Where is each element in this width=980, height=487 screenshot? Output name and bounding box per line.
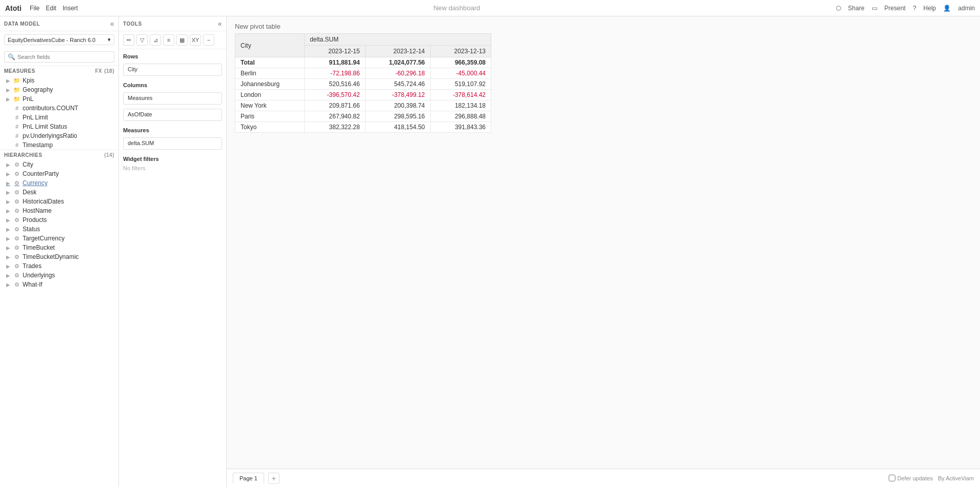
hierarchy-icon: ⚙ xyxy=(13,189,21,196)
hierarchy-historicaldates[interactable]: ▶ ⚙ HistoricalDates xyxy=(0,197,118,206)
minus-tool-button[interactable]: − xyxy=(203,34,214,46)
columns-measures-area[interactable]: Measures xyxy=(123,92,222,105)
collapse-tools-button[interactable]: « xyxy=(218,19,222,28)
page-tab-1[interactable]: Page 1 xyxy=(233,473,264,484)
cube-selector[interactable]: EquityDerivativesCube - Ranch 6.0 ▾ xyxy=(4,34,114,45)
defer-updates-checkbox[interactable] xyxy=(889,475,895,481)
user-label[interactable]: admin xyxy=(958,5,975,12)
hierarchy-name: TimeBucketDynamic xyxy=(23,253,79,260)
expand-icon: ▶ xyxy=(6,263,11,269)
menu-insert[interactable]: Insert xyxy=(63,5,78,12)
table-row: London-396,570.42-378,499.12-378,614.42 xyxy=(235,90,491,100)
hierarchy-underlyings[interactable]: ▶ ⚙ Underlyings xyxy=(0,271,118,280)
app-logo: Atoti xyxy=(5,4,22,12)
expand-icon: ▶ xyxy=(6,180,11,186)
hierarchy-products[interactable]: ▶ ⚙ Products xyxy=(0,215,118,225)
hierarchy-hostname[interactable]: ▶ ⚙ HostName xyxy=(0,206,118,215)
funnel-tool-button[interactable]: ⊿ xyxy=(150,34,161,46)
hierarchy-icon: ⚙ xyxy=(13,263,21,270)
expand-icon: ▶ xyxy=(6,162,11,168)
value-cell: 911,881.94 xyxy=(305,57,365,68)
pencil-tool-button[interactable]: ✏ xyxy=(123,34,134,46)
columns-asofdate-value: AsOfDate xyxy=(128,111,152,117)
value-cell: -72,198.86 xyxy=(305,68,365,79)
columns-label: Columns xyxy=(119,78,226,90)
hierarchy-currency[interactable]: ▶ ⚙ Currency xyxy=(0,178,118,188)
pivot-table: City delta.SUM 2023-12-15 2023-12-14 202… xyxy=(235,33,491,133)
search-input[interactable] xyxy=(17,54,111,60)
expand-icon: ▶ xyxy=(6,78,11,84)
dashboard-title[interactable]: New dashboard xyxy=(433,4,480,12)
table-row: New York209,871.66200,398.74182,134.18 xyxy=(235,100,491,111)
city-cell: Johannesburg xyxy=(235,79,305,90)
bottom-right: Defer updates By ActiveViam xyxy=(889,475,974,481)
measure-pnl-limit[interactable]: # PnL Limit xyxy=(0,113,118,122)
expand-icon: ▶ xyxy=(6,208,11,214)
fx-icon[interactable]: fx xyxy=(95,68,102,74)
hierarchy-city[interactable]: ▶ ⚙ City xyxy=(0,160,118,169)
bars-tool-button[interactable]: ≡ xyxy=(163,34,174,46)
hierarchy-trades[interactable]: ▶ ⚙ Trades xyxy=(0,261,118,271)
hierarchy-icon: ⚙ xyxy=(13,217,21,224)
measure-pv-underlyings-ratio[interactable]: # pv.UnderlyingsRatio xyxy=(0,131,118,140)
topbar-left: Atoti File Edit Insert xyxy=(5,4,78,12)
rows-drop-area[interactable]: City xyxy=(123,64,222,76)
measures-value-area[interactable]: delta.SUM xyxy=(123,137,222,150)
value-cell: 182,134.18 xyxy=(430,100,491,111)
folder-icon: 📁 xyxy=(13,96,21,103)
pivot-table-wrap: City delta.SUM 2023-12-15 2023-12-14 202… xyxy=(227,33,980,469)
box-tool-button[interactable]: ▦ xyxy=(176,34,188,46)
hierarchy-icon: ⚙ xyxy=(13,245,21,251)
measure-name: PnL xyxy=(23,95,33,103)
measure-contributors-count[interactable]: # contributors.COUNT xyxy=(0,104,118,113)
measure-name: Timestamp xyxy=(23,141,53,149)
table-row: Paris267,940.82298,595.16296,888.48 xyxy=(235,111,491,122)
share-button[interactable]: Share xyxy=(848,5,865,12)
hierarchy-status[interactable]: ▶ ⚙ Status xyxy=(0,225,118,234)
hierarchy-counterparty[interactable]: ▶ ⚙ CounterParty xyxy=(0,169,118,178)
value-cell: -378,614.42 xyxy=(430,90,491,100)
expand-icon: ▶ xyxy=(6,282,11,288)
measure-name: Kpis xyxy=(23,77,34,84)
data-model-label: DATA MODEL xyxy=(4,21,40,27)
table-row: Total911,881.941,024,077.56966,359.08 xyxy=(235,57,491,68)
col-delta-sum: delta.SUM xyxy=(305,34,491,46)
measure-name: PnL Limit xyxy=(23,114,48,121)
measures-list: ▶ 📁 Kpis ▶ 📁 Geography ▶ 📁 PnL # contrib… xyxy=(0,76,118,150)
expand-icon: ▶ xyxy=(6,199,11,205)
value-cell: 267,940.82 xyxy=(305,111,365,122)
menu-edit[interactable]: Edit xyxy=(46,5,56,12)
hierarchy-icon: ⚙ xyxy=(13,281,21,288)
measure-pnl-limit-status[interactable]: # PnL Limit Status xyxy=(0,122,118,131)
cube-dropdown-icon: ▾ xyxy=(108,36,111,43)
measure-pnl[interactable]: ▶ 📁 PnL xyxy=(0,94,118,104)
hierarchy-targetcurrency[interactable]: ▶ ⚙ TargetCurrency xyxy=(0,234,118,243)
hierarchy-timebucketdynamic[interactable]: ▶ ⚙ TimeBucketDynamic xyxy=(0,252,118,261)
menu-file[interactable]: File xyxy=(30,5,39,12)
xy-tool-button[interactable]: XY xyxy=(190,34,201,46)
measures-label: MEASURES xyxy=(4,68,35,74)
hierarchies-section-header: HIERARCHIES (14) xyxy=(0,150,118,160)
hierarchy-name: What-If xyxy=(23,281,43,288)
hierarchy-timebucket[interactable]: ▶ ⚙ TimeBucket xyxy=(0,243,118,252)
data-model-header: DATA MODEL « xyxy=(0,16,118,31)
add-tab-button[interactable]: + xyxy=(268,473,279,484)
measure-kpis[interactable]: ▶ 📁 Kpis xyxy=(0,76,118,85)
fx-toolbar: fx (18) xyxy=(95,68,114,74)
widget-filters-label: Widget filters xyxy=(119,152,226,164)
collapse-left-button[interactable]: « xyxy=(110,19,114,28)
search-icon: 🔍 xyxy=(8,53,15,60)
expand-icon: ▶ xyxy=(6,227,11,232)
measure-geography[interactable]: ▶ 📁 Geography xyxy=(0,85,118,94)
filter-tool-button[interactable]: ▽ xyxy=(136,34,148,46)
columns-asofdate-area[interactable]: AsOfDate xyxy=(123,109,222,121)
hierarchy-desk[interactable]: ▶ ⚙ Desk xyxy=(0,188,118,197)
rows-value: City xyxy=(128,66,137,72)
hierarchy-icon: ⚙ xyxy=(13,254,21,260)
hierarchy-whatif[interactable]: ▶ ⚙ What-If xyxy=(0,280,118,289)
present-button[interactable]: Present xyxy=(885,5,906,12)
help-button[interactable]: Help xyxy=(924,5,936,12)
value-cell: 382,322.28 xyxy=(305,122,365,133)
measure-timestamp[interactable]: # Timestamp xyxy=(0,140,118,150)
col-city: City xyxy=(235,34,305,57)
